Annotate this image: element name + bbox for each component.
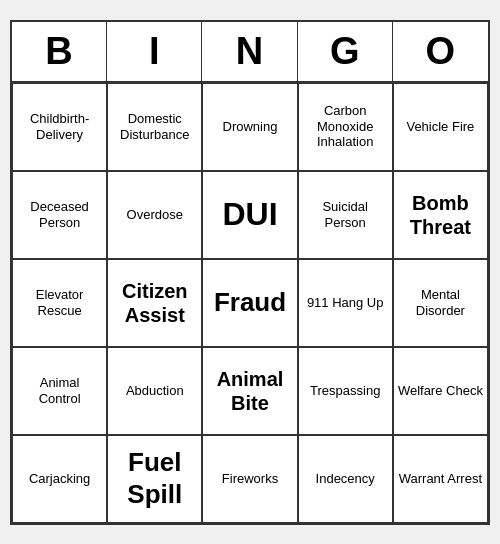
bingo-cell-r1-c3: Suicidal Person	[298, 171, 393, 259]
bingo-cell-r4-c0: Carjacking	[12, 435, 107, 523]
bingo-header-letter: G	[298, 22, 393, 81]
bingo-cell-r1-c1: Overdose	[107, 171, 202, 259]
bingo-cell-r2-c2: Fraud	[202, 259, 297, 347]
bingo-cell-r2-c0: Elevator Rescue	[12, 259, 107, 347]
bingo-header-letter: B	[12, 22, 107, 81]
bingo-cell-r4-c2: Fireworks	[202, 435, 297, 523]
bingo-grid: Childbirth-DeliveryDomestic DisturbanceD…	[12, 83, 488, 523]
bingo-cell-r0-c2: Drowning	[202, 83, 297, 171]
bingo-cell-r4-c1: Fuel Spill	[107, 435, 202, 523]
bingo-cell-r1-c0: Deceased Person	[12, 171, 107, 259]
bingo-cell-r3-c2: Animal Bite	[202, 347, 297, 435]
bingo-cell-r1-c2: DUI	[202, 171, 297, 259]
bingo-cell-r2-c1: Citizen Assist	[107, 259, 202, 347]
bingo-cell-r2-c4: Mental Disorder	[393, 259, 488, 347]
bingo-cell-r3-c0: Animal Control	[12, 347, 107, 435]
bingo-cell-r3-c4: Welfare Check	[393, 347, 488, 435]
bingo-cell-r0-c1: Domestic Disturbance	[107, 83, 202, 171]
bingo-cell-r0-c0: Childbirth-Delivery	[12, 83, 107, 171]
bingo-cell-r2-c3: 911 Hang Up	[298, 259, 393, 347]
bingo-header-letter: I	[107, 22, 202, 81]
bingo-header-letter: O	[393, 22, 488, 81]
bingo-cell-r4-c3: Indecency	[298, 435, 393, 523]
bingo-cell-r1-c4: Bomb Threat	[393, 171, 488, 259]
bingo-cell-r0-c4: Vehicle Fire	[393, 83, 488, 171]
bingo-cell-r4-c4: Warrant Arrest	[393, 435, 488, 523]
bingo-header: BINGO	[12, 22, 488, 83]
bingo-cell-r3-c1: Abduction	[107, 347, 202, 435]
bingo-header-letter: N	[202, 22, 297, 81]
bingo-cell-r3-c3: Trespassing	[298, 347, 393, 435]
bingo-cell-r0-c3: Carbon Monoxide Inhalation	[298, 83, 393, 171]
bingo-card: BINGO Childbirth-DeliveryDomestic Distur…	[10, 20, 490, 525]
